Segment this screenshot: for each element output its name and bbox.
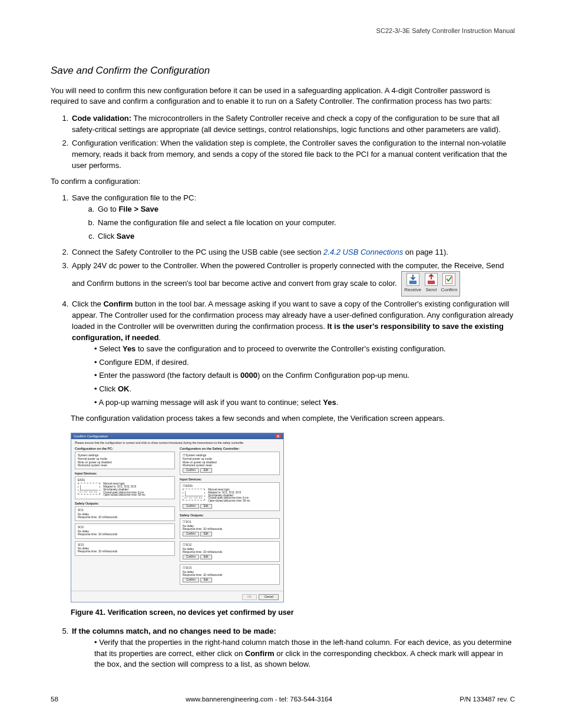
l-so1-name: SO1 [78,509,172,512]
s4b3-bold: 0000 [240,371,257,380]
step-1b: Name the configuration file and select a… [97,218,515,229]
send-icon [425,273,438,286]
s4-b3: Enter the password (the factory default … [93,370,515,381]
s5b1-bold: Confirm [245,649,275,658]
s4-pre: Click the [72,299,103,308]
confirm-btn[interactable]: Confirm [183,578,199,582]
right-so3: ☐SO3 No delay Response time: 10 millisec… [180,564,280,585]
cancel-button[interactable]: Cancel [259,594,279,600]
left-input-head: Input Devices: [75,472,175,475]
left-input-name: ES01 [78,479,172,482]
toolbar-image: Receive Send Confirm [401,271,460,297]
step-1c: Click Save [97,231,515,242]
r-sys-title: System settings [186,453,206,457]
right-so2: ☐SO2 No delay Response time: 10 millisec… [180,541,280,562]
edit-btn[interactable]: Edit [200,504,212,509]
left-col-head: Configuration on the PC: [75,447,175,450]
confirm-btn[interactable]: Confirm [183,468,199,473]
l-so2-name: SO2 [78,526,172,529]
edit-btn[interactable]: Edit [200,555,212,559]
confirm-subhead: To confirm a configuration: [51,176,515,187]
left-so1: SO1 No delay Response time: 10 milliseco… [75,506,175,521]
s4b4-post: . [129,384,131,393]
s1a-pre: Go to [98,205,118,213]
step-5-lead: If the columns match, and no changes nee… [72,627,276,635]
s4b5-pre: A pop-up warning message will ask if you… [98,398,323,407]
figure-41: Confirm Configuration X Please ensure th… [71,433,515,602]
right-input-thumb: S1 S2 S3 S4 [183,489,205,500]
s4-b5: A pop-up warning message will ask if you… [93,397,515,409]
left-so2: SO2 No delay Response time: 10 milliseco… [75,523,175,538]
confirm-btn[interactable]: Confirm [183,532,199,536]
s4b3-post: ) on the Confirm Configuration pop-up me… [257,371,409,380]
dialog-title-text: Confirm Configuration [74,434,108,439]
receive-button: Receive [404,273,421,294]
s1a-bold: File > Save [118,205,158,213]
confirm-label: Confirm [441,287,457,292]
checkbox-icon[interactable]: ☐ [183,566,185,569]
left-thumb-lbl: S1 S2 S3 S4 [80,492,98,494]
page-footer: 58 www.bannerengineering.com - tel: 763-… [51,694,515,704]
receive-icon [406,273,419,286]
right-input-head: Input Devices: [180,477,280,481]
r-so1-name: SO1 [186,520,191,523]
right-col-head: Configuration on the Safety Controller: [180,447,280,450]
s2-post: on page 11). [403,248,448,256]
right-so1: ☐SO1 No delay Response time: 10 millisec… [180,518,280,539]
step-5-b1: Verify that the properties in the right-… [93,637,515,671]
s4b5-post: . [336,398,339,407]
svg-rect-1 [428,281,434,284]
checkbox-icon[interactable]: ☐ [183,453,185,457]
left-system-block: System settings Normal power up mode Mut… [75,452,175,469]
left-input-thumb: S1 S2 S3 S4 [78,483,100,495]
right-system-block: ☐System settings Normal power up mode Mu… [180,452,280,475]
s4-end: . [158,333,161,342]
ok-button[interactable]: OK [242,594,257,600]
dialog-right-col: Configuration on the Safety Controller: … [180,447,280,587]
left-input-block: ES01 S1 S2 S3 S4 Manual reset logic Mapp… [75,476,175,499]
step-1a: Go to File > Save [97,204,515,215]
right-input-block: ☐ES01 S1 S2 S3 S4 Manual reset logic Map… [180,482,280,511]
left-output-head: Safety Outputs: [75,502,175,505]
edit-btn[interactable]: Edit [200,578,212,582]
s4b4-bold: OK [118,384,130,393]
step-1-text: Save the configuration file to the PC: [72,193,196,202]
steps-list-cont: If the columns match, and no changes nee… [51,626,515,670]
l-so3-l2: Response time: 10 milliseconds [78,550,172,553]
page-number: 58 [51,694,58,704]
step-2: Connect the Safety Controller to the PC … [71,247,515,258]
part-1-lead: Code validation: [72,114,131,123]
edit-btn[interactable]: Edit [200,532,212,536]
part-2: Configuration verification: When the val… [71,138,515,172]
post-steps-text: The configuration validation process tak… [71,413,515,424]
left-sys-l3: Monitored system reset [78,464,172,467]
s4b5-bold: Yes [323,398,336,407]
step-3: Apply 24V dc power to the Controller. Wh… [71,261,515,297]
checkbox-icon[interactable]: ☐ [183,520,185,523]
step-5-bullets: Verify that the properties in the right-… [72,637,515,671]
s4b4-pre: Click [99,384,118,393]
usb-link[interactable]: 2.4.2 USB Connections [323,248,403,256]
s4b3-pre: Enter the password (the factory default … [99,371,240,380]
intro-paragraph: You will need to confirm this new config… [51,85,515,108]
steps-list: Save the configuration file to the PC: G… [51,193,515,409]
checkbox-icon[interactable]: ☐ [183,484,185,487]
parts-list: Code validation: The microcontrollers in… [51,113,515,171]
r-so3-l2: Response time: 10 milliseconds [183,574,277,577]
s2-pre: Connect the Safety Controller to the PC … [72,248,323,256]
verification-dialog: Confirm Configuration X Please ensure th… [71,433,284,602]
confirm-btn[interactable]: Confirm [183,504,199,509]
l-so3-name: SO3 [78,543,172,547]
s4b1-bold: Yes [123,344,135,353]
r-so3-name: SO3 [186,566,191,569]
checkbox-icon[interactable]: ☐ [183,543,185,546]
r-input-name: ES01 [186,484,193,487]
r-so1-l2: Response time: 10 milliseconds [183,528,277,531]
r-thumb-lbl: S1 S2 S3 S4 [184,498,203,500]
send-button: Send [425,273,438,294]
edit-btn[interactable]: Edit [200,468,212,473]
close-icon[interactable]: X [275,434,281,439]
left-input-props: Manual reset logic Mapped to: SO1, SO2, … [103,483,145,498]
step-4: Click the Confirm button in the tool bar… [71,299,515,409]
confirm-btn[interactable]: Confirm [183,555,199,559]
